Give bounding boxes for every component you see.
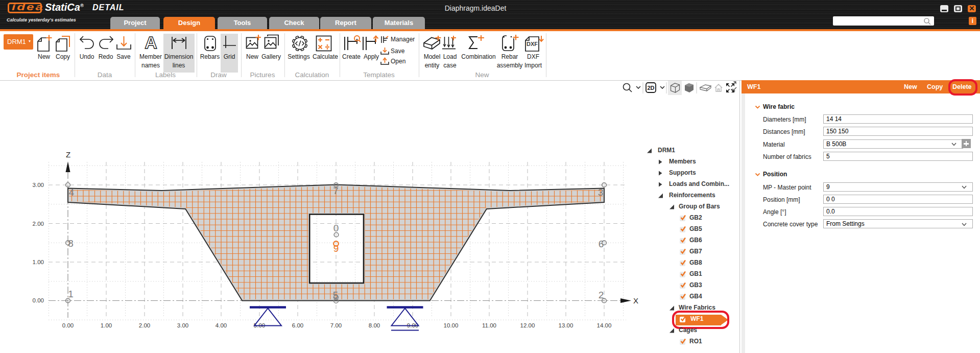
svg-text:0.00: 0.00 xyxy=(33,297,44,303)
svg-text:10.00: 10.00 xyxy=(444,322,459,328)
svg-text:11.00: 11.00 xyxy=(482,322,496,328)
svg-text:13.00: 13.00 xyxy=(559,322,573,328)
svg-text:5: 5 xyxy=(333,290,339,300)
svg-text:7.00: 7.00 xyxy=(330,322,342,328)
svg-text:7: 7 xyxy=(333,185,339,196)
svg-text:3.00: 3.00 xyxy=(33,182,44,188)
svg-text:2.00: 2.00 xyxy=(33,221,44,227)
svg-text:12.00: 12.00 xyxy=(520,322,535,328)
svg-text:6: 6 xyxy=(599,239,604,249)
svg-text:8.00: 8.00 xyxy=(369,322,380,328)
svg-text:2D: 2D xyxy=(647,85,654,91)
svg-text:Z: Z xyxy=(66,150,70,159)
svg-text:1.00: 1.00 xyxy=(33,259,44,265)
svg-text:X: X xyxy=(633,296,638,305)
svg-text:A: A xyxy=(145,35,157,51)
svg-text:0.00: 0.00 xyxy=(62,322,74,328)
svg-text:6.00: 6.00 xyxy=(292,322,303,328)
svg-text:DXF: DXF xyxy=(527,41,538,47)
svg-text:9: 9 xyxy=(333,243,339,254)
svg-text:4: 4 xyxy=(69,187,75,198)
svg-text:4.00: 4.00 xyxy=(216,322,227,328)
svg-text:2.00: 2.00 xyxy=(139,322,150,328)
svg-text:8: 8 xyxy=(68,238,74,249)
svg-text:14.00: 14.00 xyxy=(597,322,612,328)
svg-text:3: 3 xyxy=(598,187,604,198)
svg-text:0: 0 xyxy=(333,223,339,233)
svg-text:2: 2 xyxy=(599,290,604,300)
svg-text:3.00: 3.00 xyxy=(177,322,188,328)
svg-text:1: 1 xyxy=(68,289,74,299)
svg-text:1.00: 1.00 xyxy=(101,322,112,328)
